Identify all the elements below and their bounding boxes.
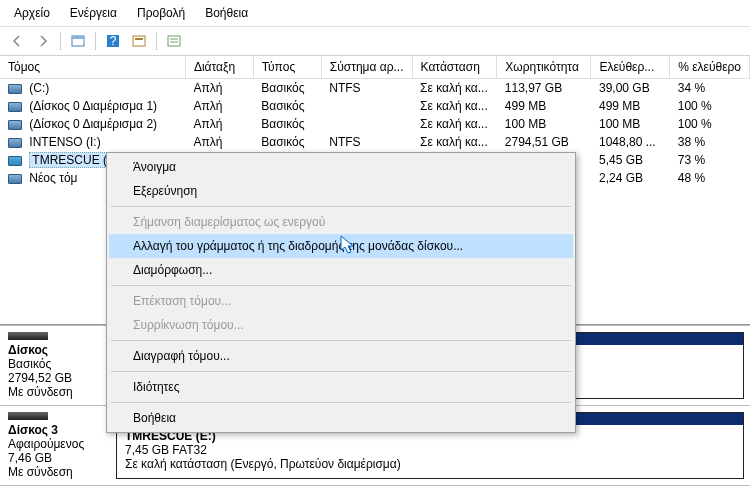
help-icon[interactable]: ?: [102, 30, 124, 52]
list-icon[interactable]: [163, 30, 185, 52]
svg-rect-5: [135, 38, 143, 40]
cell-status: Σε καλή κα...: [412, 97, 497, 115]
table-row[interactable]: (Δίσκος 0 Διαμέρισμα 1)ΑπλήΒασικόςΣε καλ…: [0, 97, 750, 115]
volume-name: (C:): [29, 81, 49, 95]
ctx-properties[interactable]: Ιδιότητες: [109, 375, 573, 399]
cell-fs: [321, 97, 412, 115]
volume-icon: [8, 138, 22, 148]
table-row[interactable]: (C:)ΑπλήΒασικόςNTFSΣε καλή κα...113,97 G…: [0, 79, 750, 98]
ctx-delete[interactable]: Διαγραφή τόμου...: [109, 344, 573, 368]
cell-capacity: 499 MB: [497, 97, 591, 115]
ctx-change-drive-letter[interactable]: Αλλαγή του γράμματος ή της διαδρομής της…: [109, 234, 573, 258]
ctx-extend: Επέκταση τόμου...: [109, 289, 573, 313]
col-fs[interactable]: Σύστημα αρ...: [321, 56, 412, 79]
col-status[interactable]: Κατάσταση: [412, 56, 497, 79]
volume-name: Νέος τόμ: [29, 171, 77, 185]
ctx-help[interactable]: Βοήθεια: [109, 406, 573, 430]
toolbar: ?: [0, 27, 750, 56]
ctx-separator: [111, 371, 571, 372]
ctx-separator: [111, 402, 571, 403]
table-row[interactable]: (Δίσκος 0 Διαμέρισμα 2)ΑπλήΒασικόςΣε καλ…: [0, 115, 750, 133]
ctx-explore[interactable]: Εξερεύνηση: [109, 179, 573, 203]
table-row[interactable]: INTENSO (I:)ΑπλήΒασικόςNTFSΣε καλή κα...…: [0, 133, 750, 151]
disk-title: Δίσκος: [8, 343, 102, 357]
svg-rect-1: [72, 36, 84, 39]
cell-pfree: 100 %: [670, 97, 750, 115]
cell-type: Βασικός: [253, 79, 321, 98]
cell-pfree: 73 %: [670, 151, 750, 169]
cell-free: 39,00 GB: [591, 79, 670, 98]
cell-capacity: 100 MB: [497, 115, 591, 133]
disk-status: Με σύνδεση: [8, 465, 102, 479]
cell-status: Σε καλή κα...: [412, 115, 497, 133]
col-volume[interactable]: Τόμος: [0, 56, 185, 79]
cell-free: 100 MB: [591, 115, 670, 133]
cell-capacity: 2794,51 GB: [497, 133, 591, 151]
menu-file[interactable]: Αρχείο: [4, 2, 60, 24]
cell-free: 2,24 GB: [591, 169, 670, 187]
toolbar-separator: [156, 32, 157, 50]
ctx-open[interactable]: Άνοιγμα: [109, 155, 573, 179]
disk-info: Δίσκος 3 Αφαιρούμενος 7,46 GB Με σύνδεση: [0, 406, 110, 485]
volume-name: INTENSO (I:): [29, 135, 100, 149]
toolbar-separator: [60, 32, 61, 50]
cell-type: Βασικός: [253, 115, 321, 133]
volume-icon: [8, 120, 22, 130]
disk-icon: [8, 332, 48, 340]
menu-help[interactable]: Βοήθεια: [195, 2, 258, 24]
disk-info: Δίσκος Βασικός 2794,52 GB Με σύνδεση: [0, 326, 110, 405]
cell-status: Σε καλή κα...: [412, 79, 497, 98]
col-type[interactable]: Τύπος: [253, 56, 321, 79]
menu-view[interactable]: Προβολή: [127, 2, 195, 24]
col-free[interactable]: Ελεύθερ...: [591, 56, 670, 79]
cell-layout: Απλή: [185, 115, 253, 133]
disk-size: 2794,52 GB: [8, 371, 102, 385]
partition-status: Σε καλή κατάσταση (Ενεργό, Πρωτεύον διαμ…: [125, 457, 735, 471]
ctx-separator: [111, 206, 571, 207]
cell-fs: [321, 115, 412, 133]
col-pfree[interactable]: % ελεύθερο: [670, 56, 750, 79]
cell-pfree: 34 %: [670, 79, 750, 98]
svg-text:?: ?: [110, 34, 117, 48]
cell-layout: Απλή: [185, 97, 253, 115]
back-icon[interactable]: [6, 30, 28, 52]
cell-capacity: 113,97 GB: [497, 79, 591, 98]
cell-pfree: 100 %: [670, 115, 750, 133]
ctx-shrink: Συρρίκνωση τόμου...: [109, 313, 573, 337]
cell-type: Βασικός: [253, 97, 321, 115]
col-layout[interactable]: Διάταξη: [185, 56, 253, 79]
svg-rect-4: [133, 36, 145, 46]
cell-fs: NTFS: [321, 133, 412, 151]
toolbar-separator: [95, 32, 96, 50]
cell-pfree: 48 %: [670, 169, 750, 187]
cell-layout: Απλή: [185, 133, 253, 151]
ctx-mark-active: Σήμανση διαμερίσματος ως ενεργού: [109, 210, 573, 234]
cell-status: Σε καλή κα...: [412, 133, 497, 151]
cell-type: Βασικός: [253, 133, 321, 151]
volume-icon: [8, 174, 22, 184]
disk-type: Αφαιρούμενος: [8, 437, 102, 451]
volume-icon: [8, 84, 22, 94]
disk-icon: [8, 412, 48, 420]
disk-status: Με σύνδεση: [8, 385, 102, 399]
forward-icon[interactable]: [32, 30, 54, 52]
cell-free: 1048,80 ...: [591, 133, 670, 151]
disk-type: Βασικός: [8, 357, 102, 371]
volume-name: (Δίσκος 0 Διαμέρισμα 1): [29, 99, 157, 113]
col-capacity[interactable]: Χωρητικότητα: [497, 56, 591, 79]
settings-icon[interactable]: [128, 30, 150, 52]
menu-action[interactable]: Ενέργεια: [60, 2, 127, 24]
cell-free: 5,45 GB: [591, 151, 670, 169]
volume-icon: [8, 102, 22, 112]
volume-name: (Δίσκος 0 Διαμέρισμα 2): [29, 117, 157, 131]
cell-layout: Απλή: [185, 79, 253, 98]
cell-fs: NTFS: [321, 79, 412, 98]
partition-sub: 7,45 GB FAT32: [125, 443, 735, 457]
ctx-separator: [111, 285, 571, 286]
context-menu: Άνοιγμα Εξερεύνηση Σήμανση διαμερίσματος…: [106, 152, 576, 433]
ctx-format[interactable]: Διαμόρφωση...: [109, 258, 573, 282]
refresh-icon[interactable]: [67, 30, 89, 52]
table-header-row: Τόμος Διάταξη Τύπος Σύστημα αρ... Κατάστ…: [0, 56, 750, 79]
ctx-separator: [111, 340, 571, 341]
cell-free: 499 MB: [591, 97, 670, 115]
